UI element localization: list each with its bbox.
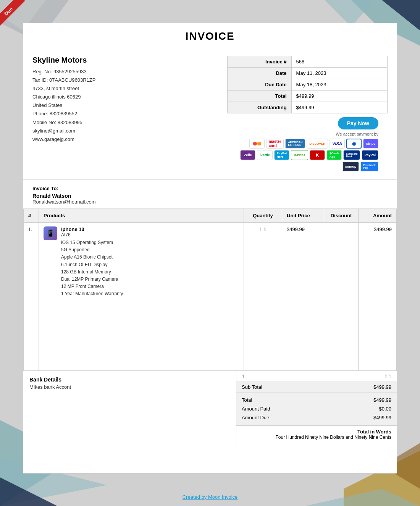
invoice-num-value: 568 [291, 56, 387, 68]
sumup-icon: sumup [342, 162, 359, 171]
summary-total-value: $499.99 [373, 396, 391, 404]
row-amount: $499.99 [359, 223, 397, 302]
due-date-value: May 18, 2023 [291, 79, 387, 91]
amex-icon: AMERICANEXPRESS [285, 139, 305, 149]
stripe-icon: stripe [363, 139, 378, 149]
bill-to-section: Invoice To: Ronald Watson Ronaldwatson@h… [23, 179, 397, 209]
company-info: Skyline Motors Reg. No: 935529255933 Tax… [32, 56, 220, 171]
outstanding-value: $499.99 [291, 102, 387, 113]
bank-details-title: Bank Details [29, 377, 230, 383]
date-value: May 11, 2023 [291, 68, 387, 79]
invoice-container: INVOICE Skyline Motors Reg. No: 93552925… [23, 23, 397, 474]
company-city: Chicago illinois 60629 [32, 93, 220, 101]
company-address1: 4733, st martin street [32, 84, 220, 93]
paypal-icon: PayPal [362, 150, 378, 160]
invoice-meta: Invoice # 568 Date May 11, 2023 Due Date… [227, 56, 388, 171]
empty-amount [359, 302, 397, 370]
qty-row: 1 1 1 [236, 371, 397, 382]
product-specs: iOS 15 Operating System 5G Supported App… [61, 239, 123, 298]
invoice-num-label: Invoice # [228, 56, 292, 68]
total-label: Total [228, 91, 292, 102]
bill-to-label: Invoice To: [32, 186, 388, 191]
cashapp-icon: $CashApp [326, 150, 342, 160]
empty-price [282, 302, 324, 370]
totals-section: 1 1 1 Sub Total $499.99 Total Amount Pai… [236, 371, 397, 443]
company-details: Reg. No: 935529255933 Tax ID: 07AABCU960… [32, 68, 220, 144]
date-label: Date [228, 68, 292, 79]
product-name: iphone 13 [61, 226, 123, 232]
summary-labels: Total Amount Paid Amount Due [242, 396, 270, 422]
row-discount [324, 223, 359, 302]
pay-now-button[interactable]: Pay Now [338, 117, 378, 129]
product-image: 📱 [44, 226, 57, 240]
meta-outstanding-row: Outstanding $499.99 [228, 102, 388, 113]
visa-icon: VISA [330, 139, 345, 149]
company-country: United States [32, 101, 220, 110]
summary-paid-value: $0.00 [373, 404, 391, 413]
row-num: 1. [24, 223, 39, 302]
footer-section: Bank Details MIkes bank Accont 1 1 1 Sub… [23, 371, 397, 443]
table-row: 1. 📱 iphone 13 AI76 iOS 15 Operating Sys… [24, 223, 397, 302]
col-products: Products [39, 209, 244, 223]
table-header-row: # Products Quantity Unit Price Discount … [24, 209, 397, 223]
bill-to-email: Ronaldwatson@hotmail.com [32, 199, 388, 205]
company-tax: Tax ID: 07AABCU9603R1ZP [32, 76, 220, 84]
items-table: # Products Quantity Unit Price Discount … [23, 209, 397, 371]
outstanding-label: Outstanding [228, 102, 292, 113]
paypal-here-icon: PayPalHere [274, 150, 289, 160]
payment-icons: 🔴🟠 mastercard AMERICANEXPRESS DISCOVER V… [233, 139, 378, 171]
qty-label: 1 [242, 373, 244, 379]
company-website: www.garagejg.com [32, 135, 220, 144]
subtotal-label: Sub Total [242, 384, 262, 390]
empty-row [24, 302, 397, 370]
col-quantity: Quantity [244, 209, 282, 223]
invoice-title: INVOICE [23, 23, 397, 48]
col-num: # [24, 209, 39, 223]
subtotal-value: $499.99 [373, 384, 391, 390]
mpesa-icon: M-PESA [291, 150, 308, 160]
subtotal-row: Sub Total $499.99 [236, 382, 397, 393]
summary-paid-label: Amount Paid [242, 404, 270, 413]
k-icon: K [310, 150, 325, 160]
bill-to-name: Ronald Watson [32, 193, 388, 199]
summary-total-label: Total [242, 396, 270, 404]
bank-details: Bank Details MIkes bank Accont [23, 371, 236, 443]
company-reg: Reg. No: 935529255933 [32, 68, 220, 76]
product-model: AI76 [61, 232, 123, 238]
company-mobile: Mobile No: 832083995 [32, 118, 220, 127]
page-footer: Created by Moon Invoice [0, 489, 420, 503]
due-ribbon: Due [0, 0, 34, 34]
meta-invoice-row: Invoice # 568 [228, 56, 388, 68]
summary-inner: Total Amount Paid Amount Due $499.99 $0.… [242, 396, 391, 422]
summary-block: Total Amount Paid Amount Due $499.99 $0.… [236, 393, 397, 426]
meta-total-row: Total $499.99 [228, 91, 388, 102]
invoice-header: Skyline Motors Reg. No: 935529255933 Tax… [23, 48, 397, 179]
empty-quantity [244, 302, 282, 370]
total-value: $499.99 [291, 91, 387, 102]
due-ribbon-label: Due [0, 0, 25, 28]
standard-bank-icon: StandardBank [343, 150, 360, 160]
bank-details-name: MIkes bank Accont [29, 384, 230, 390]
col-unit-price: Unit Price [282, 209, 324, 223]
row-quantity: 1 1 [244, 223, 282, 302]
mastercard-red-icon: 🔴🟠 [249, 139, 265, 149]
cb-icon: ◉ [346, 139, 362, 149]
total-in-words-value: Four Hundred Ninety Nine Dollars and Nin… [242, 435, 391, 440]
total-in-words-label: Total in Words [242, 429, 391, 435]
row-product: 📱 iphone 13 AI76 iOS 15 Operating System… [39, 223, 244, 302]
qty-value: 1 1 [384, 373, 391, 379]
due-date-label: Due Date [228, 79, 292, 91]
payment-accept-text: We accept payment by [336, 132, 378, 136]
page-wrapper: Due INVOICE Skyline Motors Reg. No: 9355… [0, 0, 420, 506]
empty-num [24, 302, 39, 370]
facebook-pay-icon: FacebookPay [360, 162, 378, 171]
col-discount: Discount [324, 209, 359, 223]
zelle-icon: Zelle [240, 150, 255, 160]
discover-icon: DISCOVER [307, 139, 328, 149]
meta-date-row: Date May 11, 2023 [228, 68, 388, 79]
mastercard-icon: mastercard [266, 139, 284, 149]
summary-due-label: Amount Due [242, 413, 270, 422]
summary-due-value: $499.99 [373, 413, 391, 422]
footer-credit-link[interactable]: Created by Moon Invoice [183, 494, 238, 500]
col-amount: Amount [359, 209, 397, 223]
